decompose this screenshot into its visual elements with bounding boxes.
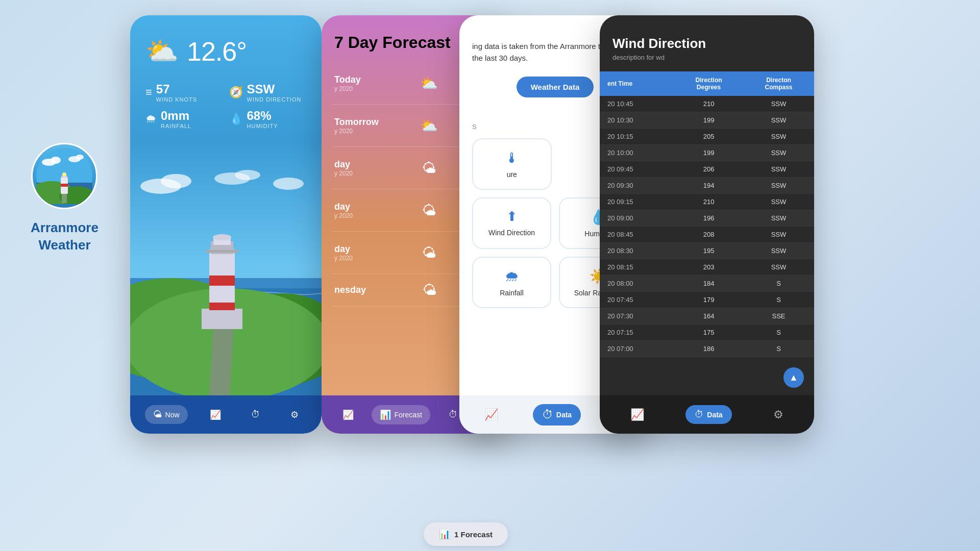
degrees-cell: 195 <box>674 243 743 259</box>
nav-history[interactable]: ⏱ <box>243 405 268 424</box>
data-active-icon: ⏱ <box>542 408 553 421</box>
forecast-icon-0: ⛅ <box>420 75 438 92</box>
compass-cell: SSW <box>743 145 814 161</box>
wind-direction-card: Wind Direction description for wd ent Ti… <box>600 15 814 434</box>
data-option-temperature[interactable]: 🌡 ure <box>472 138 552 190</box>
degrees-cell: 208 <box>674 227 743 243</box>
temp-option-icon: 🌡 <box>505 149 519 166</box>
table-row: 20 07:45 179 S <box>600 292 814 308</box>
table-row: 20 10:00 199 SSW <box>600 145 814 161</box>
rainfall-option-icon: 🌧 <box>505 268 519 285</box>
branding-section: Arranmore Weather <box>31 143 99 254</box>
data-nav-data-btn[interactable]: ⏱ Data <box>533 404 581 425</box>
compass-cell: SSW <box>743 259 814 276</box>
table-row: 20 10:45 210 SSW <box>600 96 814 112</box>
forecast-day-4: day <box>334 244 385 255</box>
weather-data-button[interactable]: Weather Data <box>517 77 594 97</box>
forecast-day-0: Today <box>334 74 385 85</box>
data-btn-label: Data <box>556 411 572 419</box>
time-cell: 20 07:00 <box>600 341 674 357</box>
data-option-rainfall[interactable]: 🌧 Rainfall <box>472 257 551 308</box>
rain-icon: 🌧 <box>145 112 157 126</box>
time-cell: 20 08:45 <box>600 227 674 243</box>
wind-nav-settings[interactable]: ⚙ <box>773 408 783 421</box>
svg-point-2 <box>51 157 61 164</box>
col-header-time: ent Time <box>600 71 674 96</box>
svg-point-17 <box>235 170 260 180</box>
forecast-tab-label: 1 Forecast <box>454 530 493 539</box>
table-row: 20 08:45 208 SSW <box>600 227 814 243</box>
degrees-cell: 205 <box>674 129 743 145</box>
forecast-day-5: nesday <box>334 285 385 295</box>
brand-name: Arranmore Weather <box>31 219 99 254</box>
wind-nav-chart[interactable]: 📈 <box>630 408 644 421</box>
degrees-cell: 184 <box>674 276 743 292</box>
stats-grid: ≡ 57 WIND KNOTS 🧭 SSW WIND DIRECTION 🌧 0… <box>145 82 306 129</box>
wind-icon: ≡ <box>145 86 152 99</box>
degrees-cell: 210 <box>674 194 743 210</box>
forecast-date-1: y 2020 <box>334 128 385 135</box>
weather-icon: ⛅ <box>145 36 179 67</box>
rainfall-value: 0mm <box>161 109 191 123</box>
forecast-nav-label: Forecast <box>394 411 422 419</box>
time-cell: 20 10:15 <box>600 129 674 145</box>
forecast-icon-4: 🌤 <box>422 244 436 261</box>
degrees-cell: 199 <box>674 145 743 161</box>
degrees-cell: 179 <box>674 292 743 308</box>
data-nav-chart-icon[interactable]: 📈 <box>484 408 498 421</box>
compass-cell: SSW <box>743 178 814 194</box>
now-nav-bar: 🌤 Now 📈 ⏱ ⚙ <box>130 395 322 434</box>
svg-point-32 <box>213 234 231 240</box>
time-cell: 20 09:30 <box>600 178 674 194</box>
svg-rect-33 <box>206 250 238 253</box>
forecast-history-icon: ⏱ <box>449 409 458 420</box>
wind-option-label: Wind Direction <box>488 229 535 237</box>
forecast-nav-forecast[interactable]: 📊 Forecast <box>372 405 430 424</box>
col-header-compass: DirectonCompass <box>743 71 814 96</box>
table-row: 20 08:00 184 S <box>600 276 814 292</box>
compass-cell: S <box>743 276 814 292</box>
compass-cell: SSW <box>743 194 814 210</box>
humidity-stat: 💧 68% HUMIDITY <box>229 109 307 129</box>
table-row: 20 07:30 164 SSE <box>600 308 814 324</box>
nav-now-label: Now <box>165 411 180 419</box>
nav-settings[interactable]: ⚙ <box>282 405 307 424</box>
time-cell: 20 10:45 <box>600 96 674 112</box>
forecast-nav-icon: 📊 <box>380 409 391 420</box>
degrees-cell: 199 <box>674 112 743 129</box>
svg-point-15 <box>161 174 191 188</box>
time-cell: 20 08:30 <box>600 243 674 259</box>
data-option-wind[interactable]: ⬆ Wind Direction <box>472 197 551 249</box>
compass-cell: SSE <box>743 308 814 324</box>
wind-nav-bar: 📈 ⏱ Data ⚙ <box>600 395 814 434</box>
col-header-degrees: DirectionDegrees <box>674 71 743 96</box>
forecast-day-2: day <box>334 159 385 170</box>
svg-point-18 <box>273 178 304 190</box>
landscape-scene <box>130 166 322 395</box>
time-cell: 20 07:15 <box>600 324 674 341</box>
table-row: 20 08:30 195 SSW <box>600 243 814 259</box>
wind-nav-data-btn[interactable]: ⏱ Data <box>685 405 731 424</box>
time-cell: 20 10:30 <box>600 112 674 129</box>
wind-knots-label: WIND KNOTS <box>156 96 197 103</box>
settings-nav-icon: ⚙ <box>290 409 299 420</box>
forecast-date-2: y 2020 <box>334 170 385 177</box>
forecast-icon-2: 🌤 <box>422 160 436 177</box>
time-cell: 20 07:30 <box>600 308 674 324</box>
degrees-cell: 203 <box>674 259 743 276</box>
compass-cell: SSW <box>743 96 814 112</box>
wind-direction-header: Wind Direction description for wd <box>600 15 814 69</box>
time-cell: 20 09:45 <box>600 161 674 178</box>
table-row: 20 09:00 196 SSW <box>600 210 814 227</box>
nav-now[interactable]: 🌤 Now <box>145 405 188 424</box>
bottom-forecast-tab[interactable]: 📊 1 Forecast <box>424 522 508 546</box>
forecast-nav-chart[interactable]: 📈 <box>334 405 362 424</box>
time-cell: 20 07:45 <box>600 292 674 308</box>
table-row: 20 09:30 194 SSW <box>600 178 814 194</box>
now-content: ⛅ 12.6° ≡ 57 WIND KNOTS 🧭 SSW WIND DIREC… <box>130 15 322 139</box>
scroll-up-button[interactable]: ▲ <box>783 367 804 388</box>
degrees-cell: 196 <box>674 210 743 227</box>
nav-chart[interactable]: 📈 <box>202 405 229 424</box>
wind-data-label: Data <box>707 411 722 419</box>
humidity-label: HUMIDITY <box>247 123 278 129</box>
